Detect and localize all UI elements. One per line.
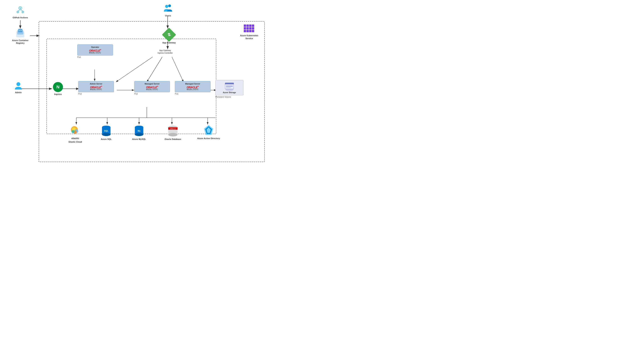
- svg-point-34: [16, 82, 20, 86]
- managed-server2-container: Managed Server ORACLE® WEBLOGIC Pod: [175, 81, 210, 95]
- azure-storage-box: Azure Storage: [215, 80, 244, 95]
- azure-container-registry-node: ACR Azure Container Registry: [10, 28, 31, 44]
- svg-rect-52: [226, 90, 232, 91]
- operator-pod-title: Operator: [91, 46, 99, 48]
- oracle-text-managed2: ORACLE®: [186, 86, 198, 89]
- app-gateway-ingress-label: App GatewayIngress Controller: [158, 49, 173, 54]
- users-node: Users: [159, 3, 177, 17]
- aks-node: Azure Kubernetes Service: [236, 24, 262, 40]
- elastic-text: elastic: [72, 137, 79, 140]
- svg-rect-48: [225, 83, 234, 84]
- azure-ad-icon: [204, 124, 214, 136]
- admin-pod-label: Pod: [78, 93, 114, 95]
- svg-line-27: [20, 10, 23, 11]
- users-label: Users: [165, 14, 171, 17]
- admin-node: Admin: [10, 81, 27, 94]
- oracle-database-node: ORACLE Oracle Database: [162, 124, 184, 140]
- weblogic-text-operator: WEBLOGIC: [89, 52, 101, 54]
- svg-point-32: [165, 5, 168, 8]
- operator-pod-label: Pod: [77, 56, 113, 58]
- azure-storage-icon: [224, 82, 235, 91]
- aks-label: Azure Kubernetes Service: [236, 34, 262, 40]
- svg-rect-38: [252, 24, 254, 27]
- app-gateway-ingress-node: App GatewayIngress Controller: [152, 49, 178, 54]
- svg-point-21: [20, 7, 21, 9]
- github-actions-icon: [16, 6, 25, 15]
- managed1-pod-label: Pod: [134, 93, 170, 95]
- managed2-pod-label: Pod: [175, 93, 210, 95]
- svg-point-68: [168, 133, 178, 136]
- app-gateway-label: App Gateway: [162, 41, 176, 44]
- ingress-label: Ingress: [54, 93, 62, 95]
- oracle-db-icon: ORACLE: [167, 124, 179, 137]
- svg-rect-43: [244, 30, 246, 32]
- svg-rect-41: [249, 27, 252, 29]
- azure-sql-label: Azure SQL: [101, 138, 112, 140]
- svg-point-57: [72, 130, 74, 133]
- azure-storage-label: Azure Storage: [223, 91, 236, 94]
- weblogic-text-managed1: WEBLOGIC: [146, 89, 158, 90]
- elastic-cloud-label: Elastic Cloud: [68, 141, 82, 143]
- svg-point-60: [102, 133, 110, 136]
- elastic-icon: [70, 125, 81, 136]
- oracle-database-label: Oracle Database: [164, 138, 181, 140]
- weblogic-text-admin: WEBLOGIC: [90, 89, 102, 90]
- azure-ad-label: Azure Active Directory: [197, 137, 220, 140]
- svg-text:ACR: ACR: [18, 30, 22, 32]
- acr-icon: ACR: [16, 28, 25, 38]
- svg-point-33: [168, 4, 171, 7]
- operator-pod-container: Operator ORACLE® WEBLOGIC Pod: [77, 44, 113, 58]
- svg-text:My: My: [138, 130, 140, 132]
- admin-label: Admin: [15, 91, 22, 94]
- azure-active-directory-node: Azure Active Directory: [197, 124, 220, 140]
- svg-rect-50: [226, 87, 231, 88]
- oracle-text-admin: ORACLE®: [90, 86, 102, 89]
- admin-server-title: Admin Server: [90, 83, 102, 85]
- managed-server1-title: Managed Server: [145, 83, 160, 85]
- svg-rect-45: [249, 30, 252, 32]
- azure-mysql-label: Azure MySQL: [132, 138, 146, 140]
- svg-rect-39: [244, 27, 246, 29]
- svg-text:SQL: SQL: [104, 130, 108, 132]
- svg-text:ORACLE: ORACLE: [170, 128, 176, 129]
- oracle-text-managed1: ORACLE®: [146, 86, 158, 89]
- svg-rect-40: [246, 27, 249, 29]
- architecture-diagram: GitHub Actions ACR Azure Container Regis…: [0, 0, 270, 168]
- svg-rect-37: [249, 24, 252, 27]
- ingress-node: N Ingress: [51, 82, 65, 95]
- svg-rect-49: [226, 86, 233, 87]
- azure-storage-container: Azure Storage Persistent Volume: [215, 80, 244, 98]
- nginx-icon: N: [53, 82, 63, 92]
- aks-icon: [244, 24, 255, 33]
- svg-point-25: [22, 11, 23, 12]
- operator-pod-box: Operator ORACLE® WEBLOGIC: [77, 44, 113, 55]
- svg-rect-35: [244, 24, 246, 27]
- svg-rect-46: [252, 30, 254, 32]
- oracle-text-operator: ORACLE®: [89, 49, 101, 52]
- svg-rect-51: [226, 89, 233, 90]
- azure-mysql-node: My Azure MySQL: [128, 124, 150, 140]
- admin-server-container: Admin Server ORACLE® WEBLOGIC Pod: [78, 81, 114, 95]
- svg-point-64: [135, 133, 143, 136]
- managed-server2-box: Managed Server ORACLE® WEBLOGIC: [175, 81, 210, 92]
- azure-sql-node: SQL Azure SQL: [96, 124, 116, 140]
- github-actions-label: GitHub Actions: [12, 16, 28, 19]
- azure-sql-icon: SQL: [101, 124, 112, 137]
- svg-line-26: [18, 10, 20, 11]
- managed-server1-box: Managed Server ORACLE® WEBLOGIC: [134, 81, 170, 92]
- managed-server2-title: Managed Server: [185, 83, 200, 85]
- app-gateway-node: ⇅ App Gateway: [160, 29, 178, 44]
- svg-rect-44: [246, 30, 249, 32]
- svg-rect-42: [252, 27, 254, 29]
- admin-server-box: Admin Server ORACLE® WEBLOGIC: [78, 81, 114, 92]
- svg-rect-36: [246, 24, 249, 27]
- elastic-cloud-node: elastic Elastic Cloud: [64, 125, 87, 143]
- github-actions-node: GitHub Actions: [10, 6, 31, 19]
- persistent-volume-label: Persistent Volume: [215, 96, 244, 98]
- managed-server1-container: Managed Server ORACLE® WEBLOGIC Pod: [134, 81, 170, 95]
- admin-icon: [14, 81, 23, 90]
- azure-mysql-icon: My: [134, 124, 144, 137]
- svg-point-23: [18, 11, 18, 12]
- acr-label: Azure Container Registry: [10, 39, 31, 44]
- weblogic-text-managed2: WEBLOGIC: [186, 89, 199, 90]
